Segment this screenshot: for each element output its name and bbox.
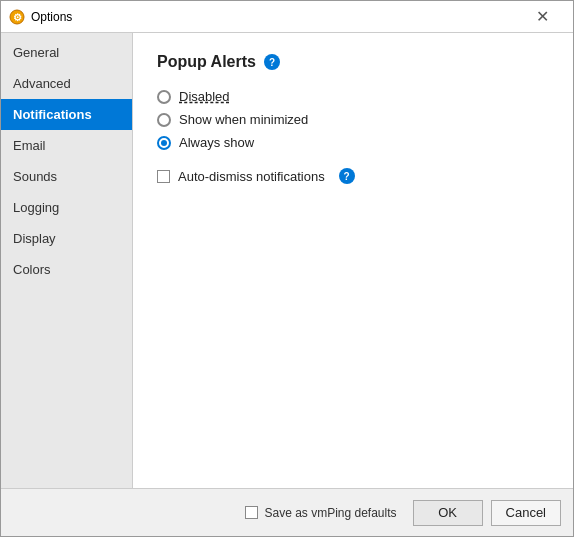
close-button[interactable]: ✕: [519, 1, 565, 33]
radio-always-show[interactable]: Always show: [157, 135, 549, 150]
save-defaults-label: Save as vmPing defaults: [264, 506, 396, 520]
sidebar-item-email[interactable]: Email: [1, 130, 132, 161]
radio-show-minimized-circle: [157, 113, 171, 127]
radio-always-show-circle: [157, 136, 171, 150]
sidebar-item-display[interactable]: Display: [1, 223, 132, 254]
section-title-text: Popup Alerts: [157, 53, 256, 71]
radio-disabled-label: Disabled: [179, 89, 230, 104]
options-window: ⚙ Options ✕ General Advanced Notificatio…: [0, 0, 574, 537]
radio-disabled-circle: [157, 90, 171, 104]
auto-dismiss-label: Auto-dismiss notifications: [178, 169, 325, 184]
cancel-button[interactable]: Cancel: [491, 500, 561, 526]
title-bar-title: Options: [31, 10, 519, 24]
sidebar-item-general[interactable]: General: [1, 37, 132, 68]
main-content: Popup Alerts ? Disabled Show when minimi…: [133, 33, 573, 488]
section-title-area: Popup Alerts ?: [157, 53, 549, 71]
radio-show-minimized-label: Show when minimized: [179, 112, 308, 127]
radio-disabled[interactable]: Disabled: [157, 89, 549, 104]
content-area: General Advanced Notifications Email Sou…: [1, 33, 573, 488]
footer: Save as vmPing defaults OK Cancel: [1, 488, 573, 536]
radio-always-show-label: Always show: [179, 135, 254, 150]
sidebar: General Advanced Notifications Email Sou…: [1, 33, 133, 488]
title-bar-icon: ⚙: [9, 9, 25, 25]
sidebar-item-colors[interactable]: Colors: [1, 254, 132, 285]
auto-dismiss-checkbox[interactable]: Auto-dismiss notifications ?: [157, 168, 549, 184]
help-icon[interactable]: ?: [264, 54, 280, 70]
save-defaults-checkbox[interactable]: [245, 506, 258, 519]
sidebar-item-notifications[interactable]: Notifications: [1, 99, 132, 130]
title-bar: ⚙ Options ✕: [1, 1, 573, 33]
ok-button[interactable]: OK: [413, 500, 483, 526]
sidebar-item-sounds[interactable]: Sounds: [1, 161, 132, 192]
save-defaults-area: Save as vmPing defaults: [245, 506, 396, 520]
auto-dismiss-help-icon[interactable]: ?: [339, 168, 355, 184]
sidebar-item-advanced[interactable]: Advanced: [1, 68, 132, 99]
popup-alerts-radio-group: Disabled Show when minimized Always show: [157, 89, 549, 150]
svg-text:⚙: ⚙: [13, 12, 22, 23]
auto-dismiss-checkbox-box: [157, 170, 170, 183]
sidebar-item-logging[interactable]: Logging: [1, 192, 132, 223]
radio-show-minimized[interactable]: Show when minimized: [157, 112, 549, 127]
